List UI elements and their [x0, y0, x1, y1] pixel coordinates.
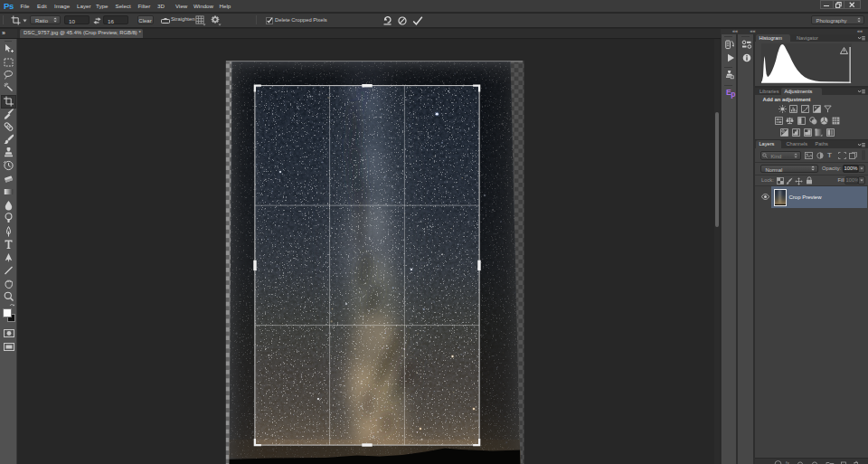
- svg-text:fx: fx: [786, 460, 789, 464]
